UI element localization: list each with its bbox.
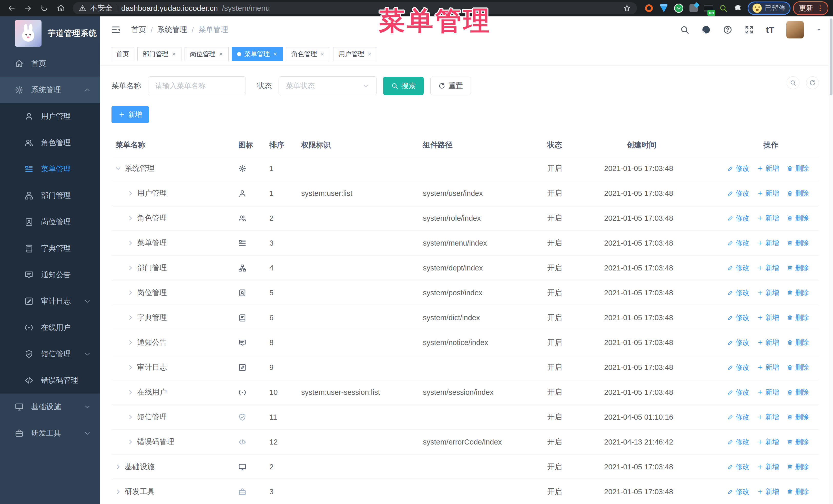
close-icon[interactable] (320, 52, 325, 56)
edit-link[interactable]: 修改 (728, 288, 749, 297)
sidebar-item-role-management[interactable]: 角色管理 (0, 129, 100, 156)
expand-row-icon[interactable] (115, 488, 121, 495)
edit-link[interactable]: 修改 (728, 214, 749, 223)
delete-link[interactable]: 删除 (787, 363, 809, 372)
edit-link[interactable]: 修改 (728, 164, 749, 173)
extension-green-key-icon[interactable] (718, 3, 728, 13)
edit-link[interactable]: 修改 (728, 338, 749, 347)
add-child-link[interactable]: 新增 (757, 363, 779, 372)
expand-row-icon[interactable] (127, 339, 134, 345)
close-icon[interactable] (219, 52, 223, 56)
expand-row-icon[interactable] (127, 265, 134, 271)
add-child-link[interactable]: 新增 (757, 263, 779, 272)
expand-row-icon[interactable] (127, 414, 134, 420)
breadcrumb-home[interactable]: 首页 (131, 25, 146, 35)
tab-role-management[interactable]: 角色管理 (286, 47, 330, 61)
edit-link[interactable]: 修改 (728, 462, 749, 472)
tab-post-management[interactable]: 岗位管理 (185, 47, 229, 61)
menu-name-input[interactable] (148, 76, 246, 95)
extension-orange-ring-icon[interactable] (644, 3, 654, 13)
browser-forward-icon[interactable] (21, 1, 35, 15)
collapse-row-icon[interactable] (115, 165, 121, 171)
edit-link[interactable]: 修改 (728, 412, 749, 422)
expand-row-icon[interactable] (127, 364, 134, 370)
sidebar-item-post-management[interactable]: 岗位管理 (0, 209, 100, 235)
profile-paused-chip[interactable]: 已暂停 (748, 2, 790, 15)
add-child-link[interactable]: 新增 (757, 437, 779, 447)
hide-search-button[interactable] (787, 76, 800, 89)
close-icon[interactable] (367, 52, 372, 56)
help-icon[interactable] (723, 25, 733, 34)
sidebar-item-system-management[interactable]: 系统管理 (0, 77, 100, 103)
extension-green-check-icon[interactable] (674, 3, 684, 13)
page-scrollbar[interactable] (829, 17, 833, 504)
expand-row-icon[interactable] (127, 240, 134, 246)
sidebar-collapse-icon[interactable] (111, 25, 121, 35)
browser-menu-dots-icon[interactable] (816, 4, 824, 12)
delete-link[interactable]: 删除 (787, 487, 809, 496)
sidebar-item-audit-log[interactable]: 审计日志 (0, 288, 100, 314)
search-icon[interactable] (680, 25, 689, 34)
delete-link[interactable]: 删除 (787, 313, 809, 322)
delete-link[interactable]: 删除 (787, 437, 809, 447)
add-child-link[interactable]: 新增 (757, 189, 779, 198)
tab-menu-management[interactable]: 菜单管理 (232, 47, 283, 61)
tab-home[interactable]: 首页 (111, 47, 134, 61)
extension-proxy-icon[interactable]: on (704, 3, 713, 13)
add-child-link[interactable]: 新增 (757, 288, 779, 297)
edit-link[interactable]: 修改 (728, 238, 749, 248)
expand-row-icon[interactable] (127, 215, 134, 221)
edit-link[interactable]: 修改 (728, 363, 749, 372)
sidebar-item-home[interactable]: 首页 (0, 50, 100, 77)
add-child-link[interactable]: 新增 (757, 338, 779, 347)
refresh-table-button[interactable] (806, 76, 819, 89)
sidebar-item-user-management[interactable]: 用户管理 (0, 103, 100, 129)
avatar-caret-icon[interactable] (815, 26, 822, 33)
delete-link[interactable]: 删除 (787, 388, 809, 397)
delete-link[interactable]: 删除 (787, 338, 809, 347)
browser-reload-icon[interactable] (38, 1, 51, 15)
add-child-link[interactable]: 新增 (757, 164, 779, 173)
expand-row-icon[interactable] (127, 290, 134, 296)
delete-link[interactable]: 删除 (787, 288, 809, 297)
expand-row-icon[interactable] (127, 439, 134, 445)
extension-blue-gem-icon[interactable] (659, 3, 669, 13)
add-child-link[interactable]: 新增 (757, 462, 779, 472)
delete-link[interactable]: 删除 (787, 189, 809, 198)
edit-link[interactable]: 修改 (728, 263, 749, 272)
sidebar-item-notice[interactable]: 通知公告 (0, 262, 100, 288)
security-label[interactable]: 不安全 (90, 3, 113, 13)
delete-link[interactable]: 删除 (787, 164, 809, 173)
browser-back-icon[interactable] (5, 1, 19, 15)
sidebar-item-errorcode-management[interactable]: 错误码管理 (0, 367, 100, 393)
sidebar-item-dev-tools[interactable]: 研发工具 (0, 420, 100, 446)
status-select[interactable]: 菜单状态 (279, 76, 377, 95)
add-child-link[interactable]: 新增 (757, 487, 779, 496)
delete-link[interactable]: 删除 (787, 462, 809, 472)
add-child-link[interactable]: 新增 (757, 388, 779, 397)
delete-link[interactable]: 删除 (787, 214, 809, 223)
sidebar-item-sms-management[interactable]: 短信管理 (0, 341, 100, 367)
add-child-link[interactable]: 新增 (757, 214, 779, 223)
sidebar-item-infrastructure[interactable]: 基础设施 (0, 393, 100, 420)
tab-user-management[interactable]: 用户管理 (333, 47, 377, 61)
sidebar-item-dept-management[interactable]: 部门管理 (0, 182, 100, 209)
extensions-puzzle-icon[interactable] (733, 3, 743, 13)
address-bar[interactable]: 不安全 dashboard.yudao.iocoder.cn/system/me… (73, 2, 637, 14)
bookmark-star-icon[interactable] (623, 4, 631, 12)
scrollbar-thumb[interactable] (830, 19, 832, 95)
sidebar-item-menu-management[interactable]: 菜单管理 (0, 156, 100, 182)
extension-grid-icon[interactable] (689, 3, 698, 13)
tab-dept-management[interactable]: 部门管理 (137, 47, 182, 61)
delete-link[interactable]: 删除 (787, 412, 809, 422)
edit-link[interactable]: 修改 (728, 487, 749, 496)
breadcrumb-system[interactable]: 系统管理 (158, 25, 187, 35)
user-avatar[interactable] (786, 21, 804, 39)
add-child-link[interactable]: 新增 (757, 412, 779, 422)
search-button[interactable]: 搜索 (383, 77, 424, 95)
sidebar-item-online-users[interactable]: 在线用户 (0, 314, 100, 341)
font-size-icon[interactable]: tT (766, 25, 775, 35)
edit-link[interactable]: 修改 (728, 437, 749, 447)
add-child-link[interactable]: 新增 (757, 238, 779, 248)
add-child-link[interactable]: 新增 (757, 313, 779, 322)
